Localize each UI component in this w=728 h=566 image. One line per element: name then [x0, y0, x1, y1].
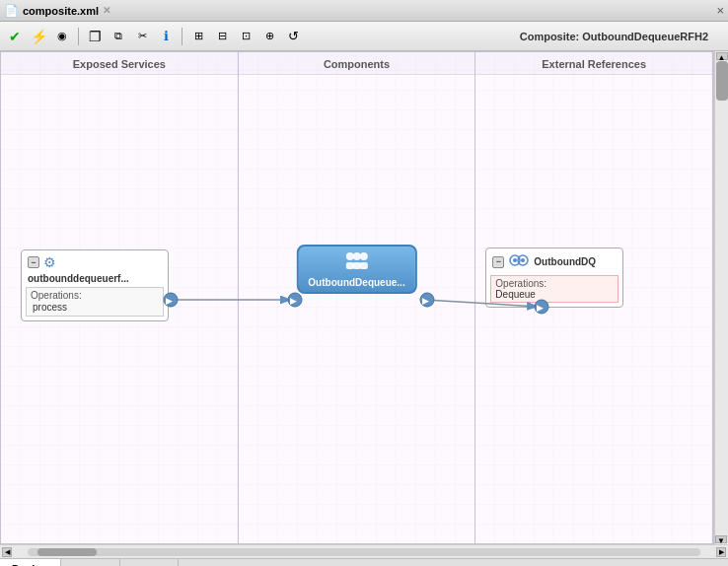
title-bar: 📄 composite.xml ✕ × [0, 0, 728, 22]
run-button[interactable]: ⚡ [28, 26, 49, 47]
exposed-services-node[interactable]: − ⚙ outbounddequeuerf... Operations: pro… [21, 249, 169, 321]
hscroll-track [28, 548, 700, 556]
window-close-button[interactable]: × [716, 3, 724, 18]
component-title: OutboundDequeue... [308, 277, 404, 288]
svg-point-1 [352, 252, 360, 260]
exposed-node-title: outbounddequeuerf... [24, 272, 166, 285]
vscroll-thumb[interactable] [716, 61, 728, 101]
tab-history[interactable]: History [120, 559, 179, 567]
external-node-icon [508, 252, 530, 271]
vscroll-up[interactable]: ▲ [716, 52, 728, 60]
hscroll-right[interactable]: ▶ [716, 547, 726, 557]
validate-button[interactable]: ✔ [4, 26, 26, 47]
canvas-container: Exposed Services − ⚙ outbounddequeuerf..… [0, 51, 728, 544]
toolbar-sep-2 [182, 28, 182, 45]
svg-point-7 [513, 258, 517, 262]
deploy-button[interactable]: ◉ [51, 26, 73, 47]
composite-label: Composite: OutboundDequeueRFH2 [520, 31, 708, 42]
cut-button[interactable]: ✂ [131, 26, 153, 47]
vertical-scrollbar[interactable]: ▲ ▼ [714, 51, 728, 544]
info-button[interactable]: ℹ [155, 26, 177, 47]
unbind-button[interactable]: ⊟ [211, 26, 233, 47]
toolbar-sep-1 [78, 28, 79, 45]
paste-button[interactable]: ⧉ [108, 26, 129, 47]
exposed-node-operations: Operations: process [26, 287, 164, 317]
copy-button[interactable]: ❐ [84, 26, 106, 47]
hscroll-thumb[interactable] [37, 548, 97, 556]
svg-point-9 [521, 258, 525, 262]
svg-rect-3 [345, 262, 353, 269]
components-header: Components [239, 52, 475, 75]
exposed-node-collapse[interactable]: − [28, 256, 39, 268]
hscroll-left[interactable]: ◀ [2, 547, 12, 557]
bottom-tabs: Design Source History [0, 558, 728, 566]
toolbar: ✔ ⚡ ◉ ❐ ⧉ ✂ ℹ ⊞ ⊟ ⊡ ⊕ ↺ Composite: Outbo… [0, 22, 728, 51]
svg-point-2 [359, 252, 367, 260]
add-button[interactable]: ⊕ [258, 26, 280, 47]
external-references-column: External References − [475, 52, 713, 543]
title-separator: ✕ [103, 5, 110, 16]
horizontal-scrollbar[interactable]: ◀ ▶ [0, 544, 728, 558]
exposed-services-header: Exposed Services [1, 52, 238, 75]
component-node[interactable]: OutboundDequeue... [296, 245, 416, 294]
tab-source[interactable]: Source [61, 559, 120, 567]
title-left: 📄 composite.xml ✕ [4, 4, 110, 18]
vscroll-down[interactable]: ▼ [715, 535, 727, 543]
svg-rect-5 [359, 262, 367, 269]
exposed-node-icon: ⚙ [43, 254, 56, 270]
svg-rect-4 [352, 262, 360, 269]
external-node-title: OutboundDQ [534, 256, 596, 267]
svg-point-0 [345, 252, 353, 260]
component-icon [308, 250, 404, 275]
external-references-header: External References [475, 52, 712, 75]
file-icon: 📄 [4, 4, 19, 18]
three-col-layout: Exposed Services − ⚙ outbounddequeuerf..… [0, 51, 714, 544]
tab-design[interactable]: Design [0, 559, 61, 567]
refresh-button[interactable]: ↺ [282, 26, 304, 47]
external-node-operations: Operations: Dequeue [490, 275, 619, 303]
bind-button[interactable]: ⊞ [187, 26, 209, 47]
exposed-services-column: Exposed Services − ⚙ outbounddequeuerf..… [1, 52, 239, 543]
external-references-node[interactable]: − OutboundDQ Op [485, 248, 623, 308]
window-title: composite.xml [23, 5, 99, 17]
external-node-collapse[interactable]: − [492, 256, 504, 268]
components-column: Components [239, 52, 476, 543]
properties-button[interactable]: ⊡ [235, 26, 256, 47]
